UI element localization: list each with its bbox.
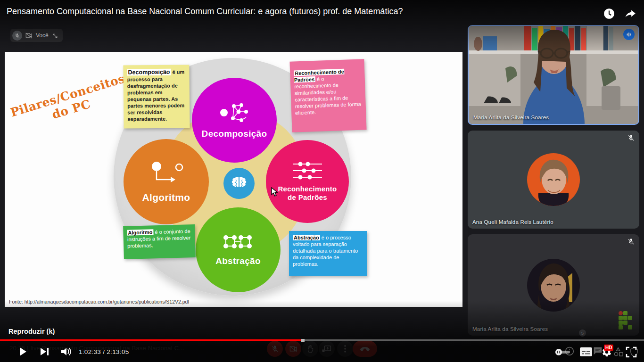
progress-handle[interactable] [301,339,305,342]
meet-present-button [319,341,335,357]
circle-decomposicao: Decomposição [192,78,277,163]
camera-off-icon [25,33,33,39]
avatar [468,131,639,229]
mic-off-icon [627,238,635,245]
participant-name: Maria Arlita da Silveira Soares [472,326,548,332]
circle-center [223,168,255,199]
meet-raise-hand-button [302,341,318,357]
meet-video-frame: Pilares/Conceitos do PC Decomposição [0,0,644,362]
activities-icon [613,347,624,357]
video-title[interactable]: Pensamento Computacional na Base Naciona… [7,7,403,16]
time-display: 1:02:33 / 2:13:05 [79,348,129,355]
hd-quality-badge: HD [604,345,613,351]
slide-heading: Pilares/Conceitos do PC [9,72,130,133]
brain-icon [230,175,248,191]
note-algoritmo-title: Algoritmo [127,229,153,235]
chat-icon [593,346,603,356]
meet-more-options-button [337,341,353,357]
circle-padroes-label: Reconhecimento de Padrões [278,185,337,202]
participant-tile-speaker[interactable]: Maria Arlita da Silveira Soares [468,25,639,125]
note-algoritmo: Algoritmo é o conjunto de instruções a f… [123,224,196,259]
circle-algoritmo: Algoritmo [124,139,209,224]
note-decomposicao: Decomposição é um processo para desfragm… [123,65,190,128]
mic-off-icon [627,134,635,141]
self-chip-label: Você [36,32,49,39]
circle-algoritmo-label: Algoritmo [142,192,190,203]
mouse-cursor [271,187,279,197]
flowchart-icon [149,161,184,187]
note-padroes: Reconhecimento de Padrões é o reconhecim… [289,59,366,132]
network-nodes-icon [220,101,249,124]
note-decomposicao-title: Decomposição [127,69,171,76]
meet-camera-off-button [285,341,301,357]
note-abstracao: Abstração é o processo voltado para sepa… [289,231,367,276]
expand-icon[interactable] [52,33,58,39]
circle-padroes: Reconhecimento de Padrões [266,140,349,223]
info-icon [565,346,574,356]
speaker-video [469,26,638,124]
self-view-chip[interactable]: Você [10,29,63,42]
progress-played [0,339,303,341]
share-icon[interactable] [624,8,636,20]
play-button[interactable] [17,346,28,357]
participant-name: Maria Arlita da Silveira Soares [473,115,549,120]
slide-source: Fonte: http://almanaquesdacomputacao.com… [9,299,189,304]
participant-name: Ana Queli Mafalda Reis Lautério [472,219,553,225]
speaking-indicator-icon [623,29,635,40]
avatar [468,234,639,336]
youtube-player: Pilares/Conceitos do PC Decomposição [0,0,644,362]
note-decomposicao-body: é um processo para desfragmentação de pr… [127,69,185,122]
subtitles-icon[interactable] [579,346,593,358]
next-button[interactable] [40,347,50,356]
meet-mic-off-button [267,341,283,357]
watch-later-icon[interactable] [603,8,615,20]
circle-abstracao: Abstração [196,207,281,292]
shield-icon [630,347,638,357]
mic-off-icon [12,31,22,41]
progress-bar[interactable] [0,339,644,341]
presentation-slide: Pilares/Conceitos do PC Decomposição [5,52,462,307]
dots-structure-icon [222,233,255,251]
participant-tile-2[interactable]: Ana Queli Mafalda Reis Lautério [468,131,639,229]
play-tooltip: Reproduzir (k) [8,328,55,335]
pattern-sliders-icon [292,161,323,180]
circle-abstracao-label: Abstração [215,256,261,266]
participant-count-badge: 5 [579,329,586,337]
meet-end-call-button [353,341,377,357]
time-duration: 2:13:05 [107,348,129,355]
if-institute-logo [619,311,633,330]
time-current: 1:02:33 [79,348,101,355]
volume-button[interactable] [60,347,72,356]
note-abstracao-title: Abstração [293,235,320,240]
circle-decomposicao-label: Decomposição [202,129,267,139]
participant-tile-3[interactable]: Maria Arlita da Silveira Soares [468,234,639,336]
